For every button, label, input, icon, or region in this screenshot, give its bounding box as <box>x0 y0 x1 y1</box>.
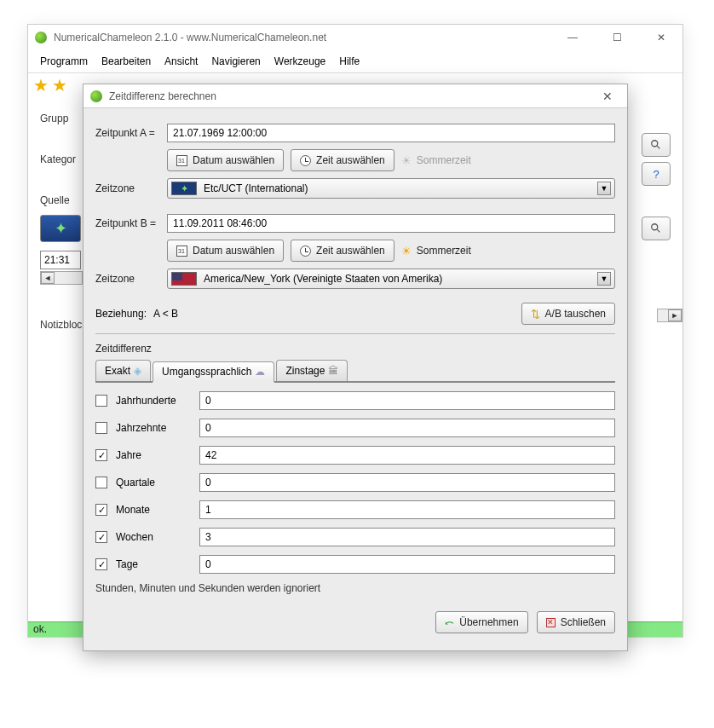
dialog-close-button[interactable]: ✕ <box>595 90 620 103</box>
timezone-b-combo[interactable]: America/New_York (Vereinigte Staaten von… <box>167 269 615 289</box>
result-checkbox[interactable] <box>95 531 107 543</box>
clock-icon <box>300 246 311 257</box>
result-checkbox[interactable] <box>95 504 107 516</box>
app-icon <box>35 32 47 43</box>
menubar: Programm Bearbeiten Ansicht Navigieren W… <box>28 50 682 73</box>
dst-b-label: ☀Sommerzeit <box>401 245 471 257</box>
clock-icon <box>300 155 311 166</box>
result-checkbox[interactable] <box>95 477 107 488</box>
search-button[interactable] <box>642 133 671 157</box>
main-titlebar: NumericalChameleon 2.1.0 - www.Numerical… <box>28 25 682 50</box>
main-title: NumericalChameleon 2.1.0 - www.Numerical… <box>54 32 326 43</box>
hscroll[interactable]: ◄ <box>40 271 83 285</box>
world-flag-icon: ✦ <box>171 182 197 195</box>
result-checkbox[interactable] <box>95 422 107 434</box>
svg-line-1 <box>657 146 660 149</box>
result-checkbox[interactable] <box>95 449 107 461</box>
timezone-a-combo[interactable]: ✦ Etc/UCT (International) ▼ <box>167 178 615 199</box>
menu-programm[interactable]: Programm <box>35 54 93 69</box>
separator <box>95 333 615 334</box>
result-row: Tage <box>95 555 615 574</box>
swap-button[interactable]: ⇅A/B tauschen <box>521 303 615 325</box>
sun-icon: ☀ <box>401 154 412 167</box>
result-row: Jahre <box>95 446 615 465</box>
scroll-left-icon[interactable]: ◄ <box>41 272 55 284</box>
menu-navigieren[interactable]: Navigieren <box>206 54 265 69</box>
result-row: Quartale <box>95 473 615 492</box>
result-row: Jahrhunderte <box>95 391 615 410</box>
result-input[interactable] <box>199 446 615 465</box>
point-b-label: Zeitpunkt B = <box>95 217 160 229</box>
dst-a-disabled: ☀Sommerzeit <box>401 154 471 167</box>
point-a-input[interactable] <box>167 124 615 142</box>
chevron-down-icon: ▼ <box>597 272 611 286</box>
result-label: Monate <box>116 504 191 516</box>
world-icon[interactable]: ✦ <box>40 215 81 242</box>
bank-icon: 🏛 <box>328 365 338 377</box>
menu-werkzeuge[interactable]: Werkzeuge <box>269 54 331 69</box>
result-input[interactable] <box>199 391 615 410</box>
calendar-icon <box>176 155 187 166</box>
point-a-label: Zeitpunkt A = <box>95 127 160 139</box>
results-panel: JahrhunderteJahrzehnteJahreQuartaleMonat… <box>95 391 615 574</box>
dialog-titlebar: Zeitdifferenz berechnen ✕ <box>83 84 627 108</box>
diamond-icon: ◈ <box>134 365 141 377</box>
app-icon <box>90 90 102 102</box>
scroll-right-icon[interactable]: ► <box>668 309 682 321</box>
search-button[interactable] <box>642 217 671 240</box>
calendar-icon <box>176 246 187 257</box>
result-label: Jahrzehnte <box>116 422 191 434</box>
dialog-title: Zeitdifferenz berechnen <box>109 90 216 102</box>
svg-point-2 <box>652 224 658 230</box>
star-icon[interactable]: ★ <box>33 75 49 95</box>
time-input[interactable] <box>40 251 81 269</box>
relation-label: Beziehung: <box>95 308 147 320</box>
tabs: Exakt◈ Umgangssprachlich☁ Zinstage🏛 <box>95 360 615 383</box>
result-row: Jahrzehnte <box>95 419 615 437</box>
menu-hilfe[interactable]: Hilfe <box>334 54 365 69</box>
menu-bearbeiten[interactable]: Bearbeiten <box>96 54 156 69</box>
star-icon[interactable]: ★ <box>52 75 67 95</box>
result-label: Jahrhunderte <box>116 395 191 407</box>
time-picker-b-button[interactable]: Zeit auswählen <box>291 240 394 262</box>
minimize-button[interactable]: — <box>558 32 587 43</box>
note-text: Stunden, Minuten und Sekunden werden ign… <box>95 582 615 594</box>
tab-zinstage[interactable]: Zinstage🏛 <box>276 360 348 381</box>
cloud-icon: ☁ <box>255 366 265 378</box>
sun-icon: ☀ <box>401 245 412 257</box>
date-picker-a-button[interactable]: Datum auswählen <box>167 149 284 171</box>
tab-exakt[interactable]: Exakt◈ <box>95 360 151 381</box>
swap-icon: ⇅ <box>531 308 540 321</box>
apply-button[interactable]: ⤺Übernehmen <box>435 611 527 633</box>
result-label: Jahre <box>116 449 191 461</box>
close-button[interactable]: ✕Schließen <box>537 611 615 633</box>
timezone-b-value: America/New_York (Vereinigte Staaten von… <box>204 273 442 285</box>
point-b-input[interactable] <box>167 214 615 233</box>
result-label: Wochen <box>116 531 191 543</box>
result-row: Monate <box>95 500 615 519</box>
result-label: Tage <box>116 558 191 570</box>
result-row: Wochen <box>95 528 615 546</box>
result-input[interactable] <box>199 528 615 546</box>
usa-flag-icon <box>171 272 197 286</box>
tab-umgangssprachlich[interactable]: Umgangssprachlich☁ <box>153 361 274 383</box>
help-button[interactable]: ? <box>642 162 671 186</box>
timezone-a-label: Zeitzone <box>95 182 160 194</box>
close-button[interactable]: ✕ <box>647 32 676 43</box>
result-input[interactable] <box>199 555 615 574</box>
time-diff-dialog: Zeitdifferenz berechnen ✕ Zeitpunkt A = … <box>83 84 628 651</box>
date-picker-b-button[interactable]: Datum auswählen <box>167 240 284 262</box>
timezone-b-label: Zeitzone <box>95 273 160 285</box>
maximize-button[interactable]: ☐ <box>602 32 631 43</box>
result-input[interactable] <box>199 473 615 492</box>
menu-ansicht[interactable]: Ansicht <box>159 54 203 69</box>
result-checkbox[interactable] <box>95 395 107 407</box>
section-label: Zeitdifferenz <box>95 343 615 355</box>
hscroll-right[interactable]: ► <box>657 309 682 322</box>
result-input[interactable] <box>199 419 615 437</box>
time-picker-a-button[interactable]: Zeit auswählen <box>291 149 394 171</box>
result-input[interactable] <box>199 500 615 519</box>
close-icon: ✕ <box>546 618 556 627</box>
result-checkbox[interactable] <box>95 558 107 570</box>
svg-line-3 <box>657 229 660 233</box>
